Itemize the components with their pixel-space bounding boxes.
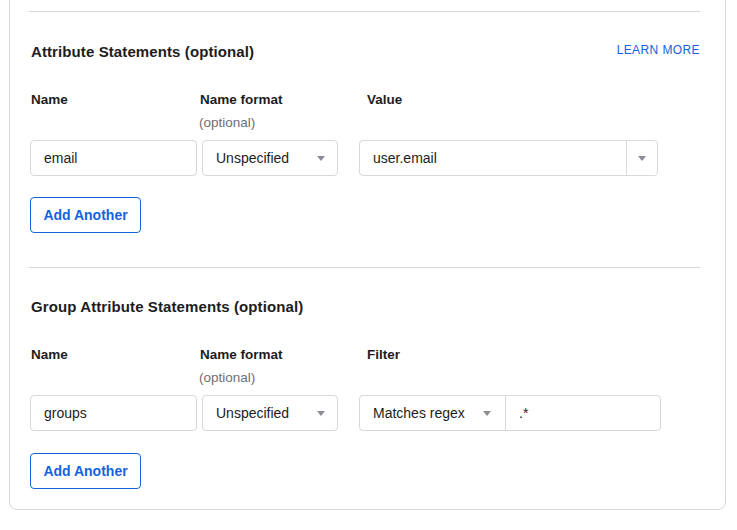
group-filter-value-input-wrap — [506, 396, 660, 430]
attribute-value-dropdown-button[interactable] — [626, 141, 657, 175]
column-header-name: Name — [31, 92, 68, 107]
saml-settings-page: Attribute Statements (optional) LEARN MO… — [0, 0, 737, 530]
attribute-value-input[interactable] — [360, 141, 626, 175]
attribute-value-input-wrap — [360, 141, 626, 175]
group-filter-type-select[interactable]: Matches regex — [360, 396, 506, 430]
add-another-group-attribute-button[interactable]: Add Another — [30, 453, 141, 489]
column-note-optional: (optional) — [199, 115, 255, 130]
group-attribute-name-format-field: Unspecified — [202, 395, 338, 431]
group-attribute-filter-field: Matches regex — [359, 395, 661, 431]
attribute-name-input[interactable] — [31, 141, 196, 175]
column-header-name: Name — [31, 347, 68, 362]
section-divider — [29, 267, 700, 268]
group-filter-value-input[interactable] — [506, 396, 660, 430]
group-filter-type-value: Matches regex — [373, 405, 465, 421]
column-note-optional: (optional) — [199, 370, 255, 385]
column-header-filter: Filter — [367, 347, 400, 362]
learn-more-link[interactable]: LEARN MORE — [590, 43, 700, 57]
group-attribute-name-format-select[interactable]: Unspecified — [203, 396, 337, 430]
column-header-value: Value — [367, 92, 402, 107]
attribute-statements-title: Attribute Statements (optional) — [31, 42, 254, 62]
group-attribute-name-input[interactable] — [31, 396, 196, 430]
add-another-attribute-button[interactable]: Add Another — [30, 197, 141, 233]
section-divider — [29, 11, 700, 12]
attribute-name-field — [30, 140, 197, 176]
caret-down-icon — [317, 411, 325, 416]
caret-down-icon — [483, 411, 491, 416]
group-attribute-name-field — [30, 395, 197, 431]
group-attribute-name-format-value: Unspecified — [216, 405, 289, 421]
attribute-name-format-select[interactable]: Unspecified — [203, 141, 337, 175]
attribute-name-format-value: Unspecified — [216, 150, 289, 166]
attribute-value-field — [359, 140, 658, 176]
column-header-name-format: Name format — [200, 92, 283, 107]
settings-card — [9, 0, 726, 510]
caret-down-icon — [317, 156, 325, 161]
caret-down-icon — [638, 156, 646, 161]
column-header-name-format: Name format — [200, 347, 283, 362]
group-attribute-statements-title: Group Attribute Statements (optional) — [31, 297, 303, 317]
attribute-name-format-field: Unspecified — [202, 140, 338, 176]
